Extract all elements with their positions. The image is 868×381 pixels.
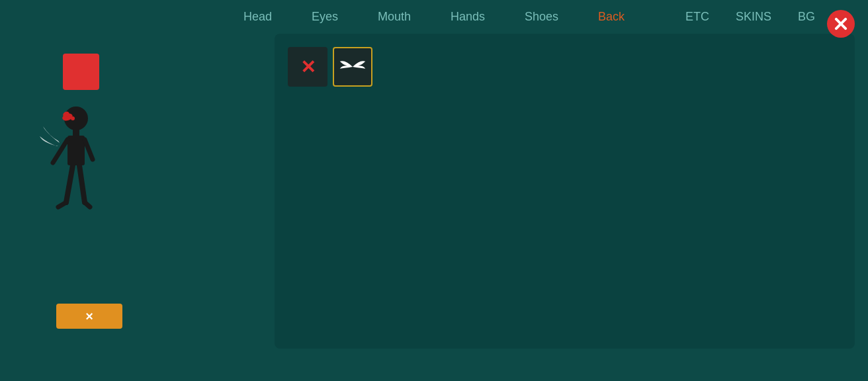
svg-line-7 <box>66 165 73 202</box>
svg-line-5 <box>53 140 67 163</box>
left-panel: × <box>0 34 275 362</box>
item-wings[interactable] <box>333 47 372 87</box>
nav-back[interactable]: Back <box>598 10 625 24</box>
nav-skins[interactable]: SKINS <box>736 10 771 24</box>
color-swatch[interactable] <box>63 54 99 90</box>
nav-etc[interactable]: ETC <box>685 10 709 24</box>
svg-point-11 <box>71 116 75 120</box>
nav-bg[interactable]: BG <box>798 10 815 24</box>
wings-icon <box>338 57 367 77</box>
svg-rect-3 <box>73 129 79 136</box>
svg-rect-4 <box>67 136 85 165</box>
nav-eyes[interactable]: Eyes <box>312 10 338 24</box>
none-icon: ✕ <box>300 56 316 78</box>
nav-right-group: ETC SKINS BG <box>685 10 815 24</box>
nav-mouth[interactable]: Mouth <box>378 10 411 24</box>
svg-line-10 <box>85 202 90 207</box>
right-panel: ✕ <box>275 34 855 349</box>
clear-button[interactable]: × <box>56 304 122 329</box>
character-figure <box>40 100 106 235</box>
item-grid: ✕ <box>288 47 842 87</box>
nav-bar: Head Eyes Mouth Hands Shoes Back ETC SKI… <box>0 0 868 34</box>
close-button[interactable] <box>827 10 855 38</box>
main-area: × ✕ <box>0 34 868 362</box>
nav-shoes[interactable]: Shoes <box>525 10 558 24</box>
clear-icon: × <box>85 309 93 324</box>
item-none[interactable]: ✕ <box>288 47 327 87</box>
svg-line-9 <box>58 202 66 207</box>
nav-hands[interactable]: Hands <box>451 10 485 24</box>
svg-line-6 <box>85 140 93 159</box>
nav-head[interactable]: Head <box>243 10 272 24</box>
svg-line-8 <box>79 165 85 202</box>
